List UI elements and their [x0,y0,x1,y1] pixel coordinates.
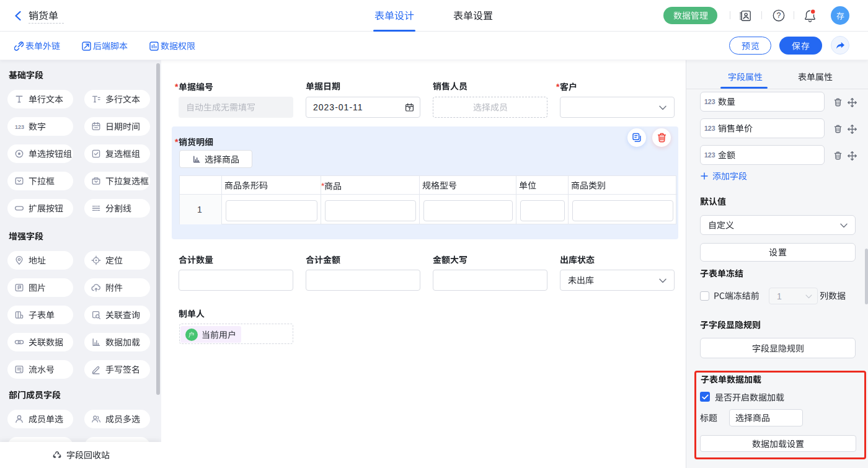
svg-text:123: 123 [15,124,24,130]
svg-text:?: ? [777,11,781,20]
